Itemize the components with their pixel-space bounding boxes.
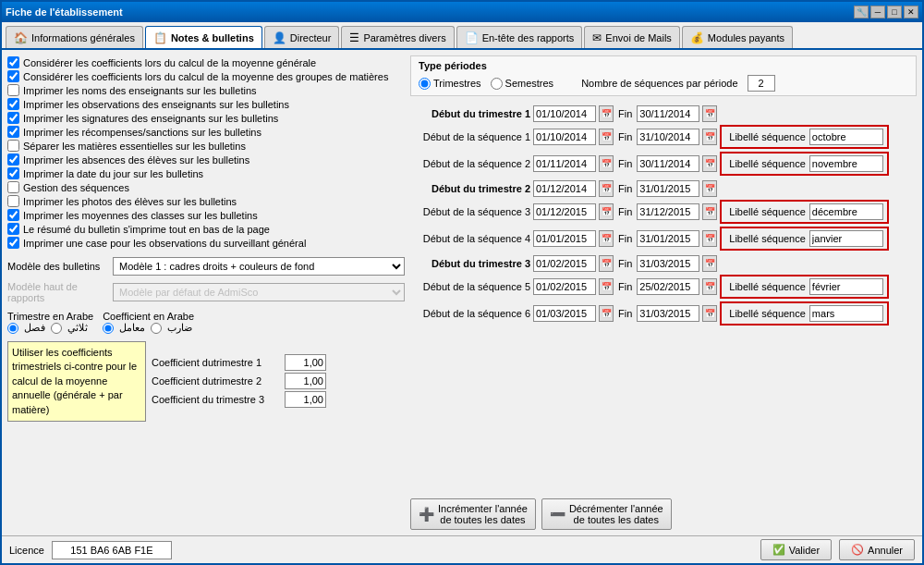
- sequence-3-2-fin-cal[interactable]: 📅: [702, 305, 717, 322]
- tab-entete[interactable]: 📄 En-tête des rapports: [456, 26, 583, 48]
- trimestre-2-fin-cal[interactable]: 📅: [702, 180, 717, 197]
- semestres-radio[interactable]: [491, 78, 503, 90]
- checkbox-cb12[interactable]: [7, 209, 19, 221]
- dates-section: Début du trimestre 1📅Fin📅Début de la séq…: [410, 104, 917, 325]
- sequence-1-2-fin[interactable]: [637, 155, 699, 172]
- close-button[interactable]: ✕: [904, 6, 918, 18]
- sequence-3-1-fin[interactable]: [637, 278, 699, 295]
- sequence-2-1-libelle-input[interactable]: [809, 203, 883, 220]
- trimestre-1-debut-cal[interactable]: 📅: [599, 105, 614, 122]
- sequence-1-1-debut[interactable]: [533, 129, 596, 145]
- sequence-2-2-debut[interactable]: [533, 230, 596, 247]
- settings-icon[interactable]: 🔧: [854, 6, 869, 18]
- sequence-3-2-fin-label: Fin: [618, 308, 632, 319]
- sequence-3-2-debut-cal[interactable]: 📅: [599, 305, 614, 322]
- checkbox-cb3[interactable]: [7, 84, 19, 96]
- modele-bulletins-select[interactable]: Modèle 1 : cadres droits + couleurs de f…: [113, 257, 405, 276]
- trimestres-radio[interactable]: [419, 78, 431, 90]
- tab-directeur[interactable]: 👤 Directeur: [264, 26, 340, 48]
- minimize-button[interactable]: ─: [870, 6, 885, 18]
- maximize-button[interactable]: □: [887, 6, 902, 18]
- sequence-3-2-fin[interactable]: [637, 305, 699, 322]
- sequence-1-2-row: Début de la séquence 2📅Fin📅Libellé séque…: [410, 152, 917, 176]
- tab-parametres[interactable]: ☰ Paramètres divers: [341, 26, 454, 48]
- sequence-2-2-libelle-input[interactable]: [809, 230, 883, 247]
- tab-notes[interactable]: 📋 Notes & bulletins: [145, 26, 262, 48]
- checkbox-cb9[interactable]: [7, 167, 19, 179]
- sequence-2-2-fin-cal[interactable]: 📅: [702, 230, 717, 247]
- sequence-3-1-debut[interactable]: [533, 278, 596, 295]
- annuler-button[interactable]: 🚫 Annuler: [839, 539, 915, 560]
- tab-envoi[interactable]: ✉ Envoi de Mails: [584, 26, 680, 48]
- coeff-arabe-dharib[interactable]: [151, 323, 162, 334]
- checkbox-cb2[interactable]: [7, 70, 19, 82]
- checkbox-cb1[interactable]: [7, 56, 19, 68]
- tab-informations[interactable]: 🏠 Informations générales: [6, 26, 143, 48]
- trimestre-arabe-fasl[interactable]: [7, 323, 18, 334]
- sequence-1-1-fin-cal[interactable]: 📅: [702, 129, 717, 145]
- coeff-trim1-row: Coefficient dutrimestre 1: [152, 354, 326, 371]
- coeff-trim1-input[interactable]: [285, 354, 326, 371]
- trimestre-3-debut-cal[interactable]: 📅: [599, 255, 614, 272]
- trimestre-arabe-thalathi[interactable]: [51, 323, 62, 334]
- trimestre-1-fin-cal[interactable]: 📅: [702, 105, 717, 122]
- sequence-2-1-fin[interactable]: [637, 203, 699, 220]
- coeff-trim2-input[interactable]: [285, 373, 326, 389]
- sequence-1-1-fin[interactable]: [637, 129, 699, 145]
- sequence-1-2-label: Début de la séquence 2: [410, 158, 530, 169]
- checkbox-cb5[interactable]: [7, 112, 19, 124]
- sequence-2-2-fin[interactable]: [637, 230, 699, 247]
- sequences-input[interactable]: [748, 75, 775, 92]
- valider-label: Valider: [789, 545, 820, 556]
- licence-input[interactable]: [52, 541, 172, 559]
- sequence-2-1-fin-label: Fin: [618, 206, 632, 217]
- sequence-1-2-fin-cal[interactable]: 📅: [702, 155, 717, 172]
- sequence-3-1-libelle-input[interactable]: [809, 278, 883, 295]
- trimestre-1-debut[interactable]: [533, 105, 596, 122]
- checkbox-cb8[interactable]: [7, 154, 19, 166]
- valider-button[interactable]: ✅ Valider: [760, 539, 832, 560]
- checkbox-cb6[interactable]: [7, 126, 19, 138]
- sequence-3-1-debut-cal[interactable]: 📅: [599, 278, 614, 295]
- trimestre-2-debut-cal[interactable]: 📅: [599, 180, 614, 197]
- decrementer-button[interactable]: ➖ Décrémenter l'annéede toutes les dates: [541, 498, 672, 530]
- sequence-1-2-debut-cal[interactable]: 📅: [599, 155, 614, 172]
- tab-bar: 🏠 Informations générales 📋 Notes & bulle…: [2, 22, 922, 50]
- sequence-3-2-debut[interactable]: [533, 305, 596, 322]
- tab-modules[interactable]: 💰 Modules payants: [682, 26, 793, 48]
- trimestre-2-debut[interactable]: [533, 180, 596, 197]
- trimestre-2-fin[interactable]: [637, 180, 699, 197]
- checkbox-cb14[interactable]: [7, 237, 19, 249]
- trimestre-3-fin-cal[interactable]: 📅: [702, 255, 717, 272]
- checkbox-cb7[interactable]: [7, 140, 19, 152]
- checkbox-row-8: Imprimer la date du jour sur les bulleti…: [7, 166, 405, 180]
- trimestre-3-debut[interactable]: [533, 255, 596, 272]
- trimestres-option[interactable]: Trimestres: [419, 78, 481, 90]
- semestres-option[interactable]: Semestres: [491, 78, 554, 90]
- sequence-2-1-debut-cal[interactable]: 📅: [599, 203, 614, 220]
- sequence-2-2-debut-cal[interactable]: 📅: [599, 230, 614, 247]
- coeff-arabe-maamoul[interactable]: [103, 323, 114, 334]
- trimestre-3-fin[interactable]: [637, 255, 699, 272]
- sequence-1-2-debut[interactable]: [533, 155, 596, 172]
- trimestre-1-fin[interactable]: [637, 105, 699, 122]
- checkbox-cb10[interactable]: [7, 181, 19, 193]
- sequence-1-1-libelle-input[interactable]: [809, 129, 883, 145]
- incrementer-button[interactable]: ➕ Incrémenter l'annéede toutes les dates: [410, 498, 536, 530]
- checkbox-label-cb8: Imprimer les absences des élèves sur les…: [23, 154, 249, 166]
- sequence-1-1-libelle-area: Libellé séquence: [720, 125, 889, 149]
- sequence-3-2-libelle-input[interactable]: [809, 305, 883, 322]
- checkbox-cb13[interactable]: [7, 223, 19, 235]
- annuler-cancel-icon: 🚫: [851, 544, 864, 556]
- sequence-1-1-debut-cal[interactable]: 📅: [599, 129, 614, 145]
- sequence-2-1-fin-cal[interactable]: 📅: [702, 203, 717, 220]
- checkbox-label-cb2: Considérer les coefficients lors du calc…: [23, 71, 388, 82]
- coeff-trim3-input[interactable]: [285, 391, 326, 408]
- checkbox-row-10: Imprimer les photos des élèves sur les b…: [7, 194, 405, 208]
- sequence-1-2-libelle-input[interactable]: [809, 155, 883, 172]
- checkbox-cb11[interactable]: [7, 195, 19, 207]
- sequence-3-1-fin-cal[interactable]: 📅: [702, 278, 717, 295]
- checkbox-cb4[interactable]: [7, 98, 19, 110]
- annuler-label: Annuler: [868, 545, 903, 556]
- sequence-2-1-debut[interactable]: [533, 203, 596, 220]
